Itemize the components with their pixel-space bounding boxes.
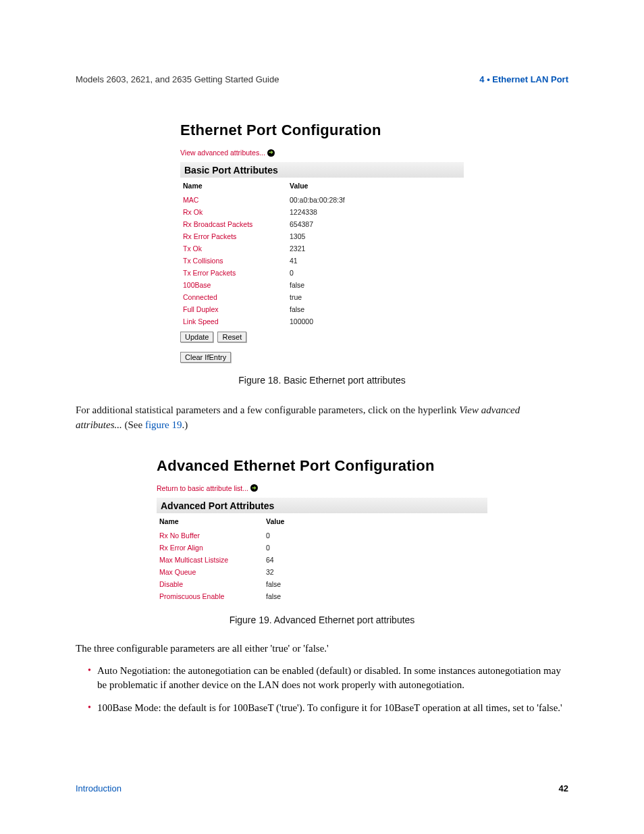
para1-tail2: .) — [182, 419, 188, 430]
attr-value: 41 — [287, 255, 464, 267]
col-name: Name — [157, 513, 263, 529]
table-header-row: Name Value — [157, 513, 487, 529]
attr-name[interactable]: MAC — [180, 194, 287, 206]
table-row: Rx Ok1224338 — [180, 206, 464, 218]
attr-value: 0 — [263, 542, 487, 554]
attr-value: 64 — [263, 554, 487, 566]
page-footer: Introduction 42 — [76, 783, 568, 793]
attr-value: true — [287, 291, 464, 303]
table-row: Connectedtrue — [180, 291, 464, 303]
figure-18-caption: Figure 18. Basic Ethernet port attribute… — [76, 375, 568, 386]
page: Models 2603, 2621, and 2635 Getting Star… — [0, 0, 644, 834]
table-row: MAC00:a0:ba:00:28:3f — [180, 194, 464, 206]
attr-name[interactable]: Promiscuous Enable — [157, 590, 263, 602]
header-guide-title: Models 2603, 2621, and 2635 Getting Star… — [76, 74, 279, 84]
attr-value: 2321 — [287, 242, 464, 255]
table-row: Promiscuous Enablefalse — [157, 590, 487, 602]
attr-name[interactable]: Rx Error Packets — [180, 230, 287, 242]
attr-name[interactable]: Rx Ok — [180, 206, 287, 218]
attr-value: 32 — [263, 566, 487, 578]
figure-18-title: Ethernet Port Configuration — [180, 122, 464, 139]
view-advanced-link-text: View advanced attributes... — [180, 149, 265, 157]
table-row: Rx No Buffer0 — [157, 529, 487, 542]
view-advanced-link[interactable]: View advanced attributes... ➜ — [180, 149, 464, 157]
attr-name[interactable]: Link Speed — [180, 315, 287, 328]
table-row: Max Multicast Listsize64 — [157, 554, 487, 566]
attr-name[interactable]: Max Queue — [157, 566, 263, 578]
table-row: Disablefalse — [157, 578, 487, 590]
col-value: Value — [287, 178, 464, 194]
attr-name[interactable]: Tx Ok — [180, 242, 287, 255]
attr-value: 1305 — [287, 230, 464, 242]
go-arrow-icon: ➜ — [250, 484, 258, 492]
table-row: Full Duplexfalse — [180, 303, 464, 315]
attr-name[interactable]: Full Duplex — [180, 303, 287, 315]
attr-value: false — [263, 590, 487, 602]
attr-value: 654387 — [287, 218, 464, 230]
body-paragraph-2: The three configurable parameters are al… — [76, 643, 568, 654]
body-paragraph-1: For additional statistical parameters an… — [76, 403, 568, 433]
footer-section: Introduction — [76, 783, 122, 793]
attr-value: 1224338 — [287, 206, 464, 218]
bullet-list: Auto Negotiation: the autonegotiation ca… — [76, 664, 568, 716]
basic-port-attributes-table: Name Value MAC00:a0:ba:00:28:3f Rx Ok122… — [180, 178, 464, 328]
attr-value: 100000 — [287, 315, 464, 328]
list-item: 100Base Mode: the default is for 100Base… — [88, 701, 568, 716]
header-chapter: 4 • Ethernet LAN Port — [479, 74, 568, 84]
col-name: Name — [180, 178, 287, 194]
return-basic-link-text: Return to basic attribute list... — [157, 484, 248, 492]
advanced-port-attributes-table: Name Value Rx No Buffer0 Rx Error Align0… — [157, 513, 487, 602]
table-row: Rx Error Align0 — [157, 542, 487, 554]
attr-name[interactable]: Rx Broadcast Packets — [180, 218, 287, 230]
attr-name[interactable]: Tx Collisions — [180, 255, 287, 267]
clear-ifentry-button[interactable]: Clear IfEntry — [180, 352, 231, 363]
attr-name[interactable]: Connected — [180, 291, 287, 303]
page-header: Models 2603, 2621, and 2635 Getting Star… — [76, 74, 568, 84]
attr-value: false — [287, 279, 464, 291]
para1-tail1: (See — [122, 419, 145, 430]
attr-value: false — [287, 303, 464, 315]
figure-19-block: Advanced Ethernet Port Configuration Ret… — [157, 457, 487, 602]
go-arrow-icon: ➜ — [267, 149, 275, 157]
attr-name[interactable]: Tx Error Packets — [180, 267, 287, 279]
list-item: Auto Negotiation: the autonegotiation ca… — [88, 664, 568, 694]
table-row: Max Queue32 — [157, 566, 487, 578]
table-row: Tx Collisions41 — [180, 255, 464, 267]
attr-value: false — [263, 578, 487, 590]
attr-value: 00:a0:ba:00:28:3f — [287, 194, 464, 206]
basic-port-attributes-bar: Basic Port Attributes — [180, 162, 464, 178]
footer-page-number: 42 — [559, 783, 568, 793]
col-value: Value — [263, 513, 487, 529]
table-row: Tx Ok2321 — [180, 242, 464, 255]
attr-name[interactable]: Max Multicast Listsize — [157, 554, 263, 566]
table-row: Rx Broadcast Packets654387 — [180, 218, 464, 230]
figure-19-title: Advanced Ethernet Port Configuration — [157, 457, 487, 475]
attr-name[interactable]: Rx Error Align — [157, 542, 263, 554]
para1-lead: For additional statistical parameters an… — [76, 405, 459, 415]
table-row: 100Basefalse — [180, 279, 464, 291]
figure-19-reference[interactable]: figure 19 — [145, 419, 182, 430]
table-row: Link Speed100000 — [180, 315, 464, 328]
attr-value: 0 — [263, 529, 487, 542]
return-basic-link[interactable]: Return to basic attribute list... ➜ — [157, 484, 487, 492]
attr-name[interactable]: 100Base — [180, 279, 287, 291]
reset-button[interactable]: Reset — [217, 332, 246, 342]
button-row-1: Update Reset — [180, 332, 464, 342]
table-row: Tx Error Packets0 — [180, 267, 464, 279]
figure-18-block: Ethernet Port Configuration View advance… — [180, 122, 464, 363]
attr-name[interactable]: Disable — [157, 578, 263, 590]
attr-name[interactable]: Rx No Buffer — [157, 529, 263, 542]
advanced-port-attributes-bar: Advanced Port Attributes — [157, 498, 487, 513]
update-button[interactable]: Update — [180, 332, 213, 342]
button-row-2: Clear IfEntry — [180, 352, 464, 363]
attr-value: 0 — [287, 267, 464, 279]
figure-19-caption: Figure 19. Advanced Ethernet port attrib… — [76, 615, 568, 625]
table-row: Rx Error Packets1305 — [180, 230, 464, 242]
table-header-row: Name Value — [180, 178, 464, 194]
